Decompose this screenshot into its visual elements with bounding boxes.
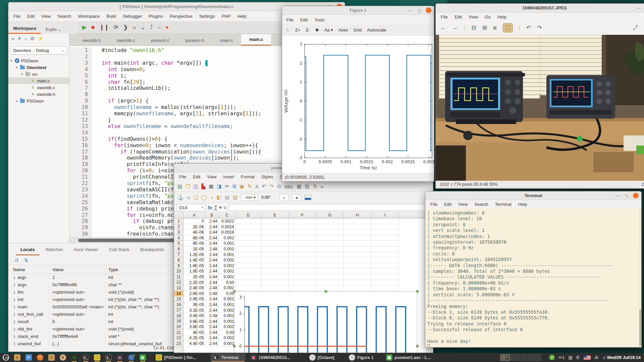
home-icon[interactable]: ⌂ [24,36,27,41]
editor-tab-main-c[interactable]: main.c [241,34,271,46]
cell[interactable]: 0.001 [219,296,235,302]
axes-button[interactable]: Axes [338,27,348,33]
cell[interactable] [235,224,261,230]
cell[interactable]: 0.0022 [219,219,235,224]
cell[interactable]: 0.002 [219,257,235,263]
send-icon[interactable]: ✈ [17,36,21,41]
editor-tab-main-c[interactable]: main.c [212,35,241,46]
tree-item-main-c[interactable]: Cmain.c [8,77,69,84]
more-button[interactable]: » [320,184,323,189]
pause-button[interactable]: ❙❙ [99,24,109,31]
group-button[interactable]: ◧ [217,194,221,200]
row-header-13[interactable]: 13 [174,285,183,291]
row-header-21[interactable]: 21 [174,330,183,336]
cell[interactable] [235,241,261,246]
row-header-3[interactable]: 3 [174,230,183,235]
cell[interactable] [344,280,371,286]
cell[interactable]: 1.8E-05 [183,268,205,274]
cell[interactable] [235,257,261,263]
ide-menu-perspective[interactable]: Perspective [167,13,196,20]
expander-icon[interactable]: ❯ [13,335,16,338]
new-button[interactable]: ▤ [177,183,182,189]
expander-icon[interactable]: ❯ [13,305,16,309]
cell[interactable] [261,257,289,263]
expander-icon[interactable]: ▾ [15,66,18,69]
step-out-button[interactable]: ⤴ [150,24,153,31]
rotate-right-button[interactable]: ↷ [537,24,542,31]
cell[interactable]: 2.2E-05 [183,280,205,286]
cell[interactable] [371,285,399,291]
cell[interactable]: 6E-06 [183,235,205,241]
line-width-value[interactable]: 0.00″ [261,195,271,200]
minimize-icon[interactable]: — [636,5,642,11]
cell[interactable] [235,219,261,224]
cell[interactable]: 2.44 [205,224,219,230]
cell[interactable] [235,252,261,258]
border-color-button[interactable] [305,195,311,200]
cell[interactable] [344,235,371,241]
cell[interactable]: 2.6E-05 [183,291,205,297]
arc-button[interactable]: ◗ [210,195,213,200]
cell[interactable]: 2.48 [205,285,219,291]
chart-selection-handle[interactable] [233,345,235,347]
cell[interactable] [261,246,289,252]
cell[interactable] [289,285,316,291]
redo-button[interactable]: ↷ [269,183,274,189]
name-box[interactable]: O14 ▾ [177,204,206,211]
cell[interactable] [261,280,289,286]
panel-tab-workspace[interactable]: Workspace [8,24,41,34]
ellipse-button[interactable]: ◯ [201,194,207,200]
stop-button[interactable]: ■ [91,24,95,31]
cell[interactable] [289,274,316,280]
cell[interactable] [289,230,316,235]
cell[interactable] [371,235,399,241]
cell[interactable] [316,246,344,252]
cell[interactable] [289,280,316,286]
launcher-clipboard[interactable]: ▤ [47,353,56,362]
launcher-libreoffice-calc[interactable]: ▦ [138,353,147,362]
cell[interactable]: 1.6E-05 [183,263,205,269]
cell[interactable]: 0.002 [219,313,235,319]
cell[interactable]: 0.002 [219,308,235,313]
row-header-2[interactable]: 2 [174,224,183,230]
expander-icon[interactable]: ❯ [13,276,16,279]
cell[interactable]: 0.002 [219,324,235,330]
refresh-icon[interactable]: ↺ [14,257,19,263]
column-header-B[interactable]: B [205,212,219,218]
align-button[interactable]: ≡ [187,195,190,200]
cell[interactable] [344,241,371,246]
debugger-tab-ascii-viewer[interactable]: Ascii Viewer [69,246,103,255]
cell[interactable] [371,280,399,286]
terminal-menu-edit[interactable]: Edit [441,201,454,208]
cell[interactable] [316,263,344,269]
calc-menu-format[interactable]: Format [238,173,258,180]
cell[interactable]: 2.44 [205,341,219,347]
cell[interactable]: 2.8E-05 [183,296,205,302]
cell[interactable] [316,285,344,291]
device-icon[interactable]: ✆ [576,355,580,360]
cell[interactable]: 0.002 [219,235,235,241]
zoom-in-button[interactable]: ⊞ [482,24,487,31]
link-editor-icon[interactable]: ∞ [11,36,14,41]
normal-size-button[interactable]: ⧇ [493,24,497,31]
terminal-menu-search[interactable]: Search [471,201,491,208]
figure-menu-file[interactable]: File [283,16,297,23]
cell[interactable] [316,224,344,230]
network-icon[interactable]: ⁂ [594,355,599,360]
cell[interactable]: 3.4E-05 [183,313,205,319]
cell[interactable]: 1.2E-05 [183,252,205,258]
cell[interactable] [344,268,371,274]
calc-menu-file[interactable]: File [176,173,189,180]
expander-icon[interactable]: ❯ [13,320,16,323]
cell[interactable] [371,230,399,235]
taskbar-task--octave-[interactable]: ◔[Octave] [307,353,344,362]
row-header-14[interactable]: 14 [174,291,183,297]
zoom-in-button[interactable]: Z+ [295,27,301,33]
cell[interactable]: 4.2E-05 [183,335,205,341]
cell[interactable] [371,219,399,224]
cell[interactable] [316,274,344,280]
cell[interactable]: 2.44 [205,230,219,235]
launcher-gimp[interactable]: ✿ [58,353,67,362]
cell[interactable] [371,224,399,230]
tree-item-owonlib-h[interactable]: howonlib.h [8,91,69,98]
